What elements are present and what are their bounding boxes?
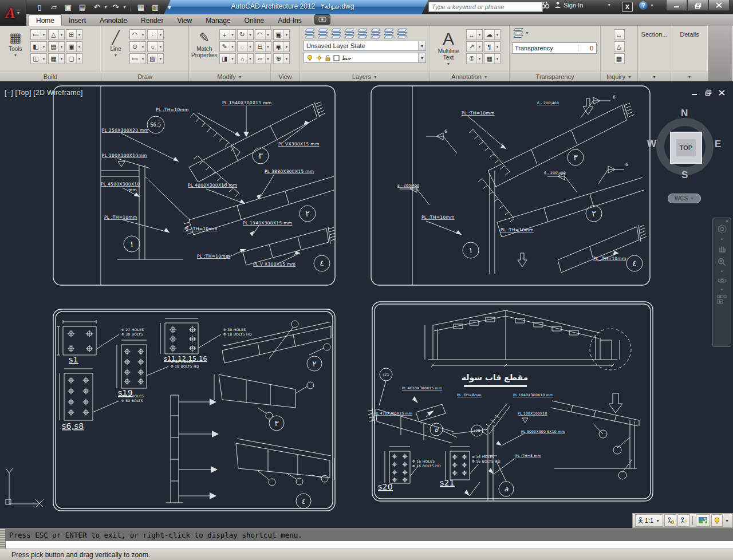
chevron-down-icon[interactable]: ▼ [720, 270, 724, 273]
ribbon-tool-button[interactable]: ◉▼ [273, 41, 290, 52]
viewport-controls-label[interactable]: [−] [Top] [2D Wireframe] [5, 89, 83, 97]
layer-state-dropdown[interactable]: Unsaved Layer State▼ [304, 41, 426, 51]
new-icon[interactable]: ▯ [33, 2, 46, 13]
layer-properties-icon[interactable] [304, 28, 316, 39]
ribbon-tool-button[interactable]: ▨▼ [147, 53, 164, 64]
chevron-down-icon[interactable]: ▼ [265, 54, 271, 64]
restore-button[interactable] [687, 0, 708, 11]
ribbon-tool-button[interactable]: ○▼ [147, 41, 164, 52]
tools-button[interactable]: ▦ Tools▼ [2, 27, 29, 58]
annotation-visibility-button[interactable] [664, 514, 676, 527]
workspace-switch-icon[interactable]: ▦ [135, 2, 147, 13]
ribbon-tool-button[interactable]: ✎▼ [219, 41, 236, 52]
chevron-down-icon[interactable]: ▼ [140, 54, 145, 64]
auto-annotation-button[interactable] [677, 514, 689, 527]
ribbon-tool-button[interactable]: ⊙▼ [129, 41, 146, 52]
transparency-layers-icon[interactable] [512, 27, 524, 38]
panel-label-layers[interactable]: Layers▼ [300, 72, 429, 81]
layer-isolate-down-icon[interactable] [317, 28, 329, 39]
command-line-window[interactable]: Press ESC or ENTER to exit, or right-cli… [0, 528, 733, 550]
tab-insert[interactable]: Insert [62, 15, 93, 26]
panel-label-draw[interactable]: Draw [101, 72, 188, 81]
ribbon-tool-button[interactable]: ▭▼ [30, 29, 47, 40]
minimize-button[interactable] [666, 0, 687, 11]
communication-center-icon[interactable] [314, 14, 330, 25]
match-properties-button[interactable]: ✎ Match Properties [191, 27, 218, 58]
panel-label-annotation[interactable]: Annotation▼ [430, 72, 509, 81]
chevron-down-icon[interactable]: ▼ [265, 42, 271, 52]
chevron-down-icon[interactable]: ▼ [494, 42, 500, 52]
help-button[interactable]: ? ▼ [639, 1, 654, 10]
redo-icon[interactable]: ↷ [109, 2, 122, 13]
search-binoculars-icon[interactable] [541, 1, 550, 9]
ribbon-tool-button[interactable]: ▦▼ [48, 53, 65, 64]
chevron-down-icon[interactable]: ▼ [157, 42, 163, 52]
layer-lock-icon[interactable] [369, 28, 381, 39]
chevron-down-icon[interactable]: ▼ [247, 54, 253, 64]
doc-minimize-icon[interactable] [691, 90, 698, 96]
ribbon-tool-button[interactable]: ◨▼ [219, 53, 236, 64]
hardware-accel-button[interactable] [711, 514, 723, 527]
ribbon-tool-button[interactable]: ◌▼ [237, 41, 254, 52]
chevron-down-icon[interactable]: ▼ [76, 30, 82, 40]
orbit-icon[interactable] [717, 277, 727, 285]
tab-render[interactable]: Render [134, 15, 170, 26]
chevron-down-icon[interactable]: ▼ [157, 30, 163, 40]
chevron-down-icon[interactable]: ▼ [230, 30, 235, 40]
zoom-icon[interactable] [717, 257, 727, 266]
ribbon-tool-button[interactable]: ▣▼ [273, 29, 290, 40]
panel-label-modify[interactable]: Modify▼ [189, 72, 270, 81]
panel-label-view[interactable]: View [271, 72, 299, 81]
ribbon-tool-button[interactable]: ↔ [614, 29, 625, 40]
multiline-text-button[interactable]: A Multiline Text▼ [432, 27, 464, 67]
chevron-down-icon[interactable]: ▼ [265, 30, 271, 40]
compass-east[interactable]: E [715, 139, 721, 150]
ribbon-tool-button[interactable]: ¶▼ [484, 41, 501, 52]
close-button[interactable] [708, 0, 730, 11]
doc-close-icon[interactable] [719, 90, 725, 96]
ribbon-tool-button[interactable]: ◠▼ [129, 29, 146, 40]
drawing-canvas[interactable]: S6,5٣٢١٤٣٢١٤٢٣٤s21Bs20a PL :TH=10mmPL 19… [0, 81, 733, 528]
ribbon-tool-button[interactable]: ↔▼ [466, 29, 483, 40]
chevron-down-icon[interactable]: ▼ [76, 42, 82, 52]
ribbon-tool-button[interactable]: ◠▼ [255, 29, 271, 40]
customize-icon[interactable]: ▾ [163, 2, 176, 13]
tab-home[interactable]: Home [29, 14, 62, 26]
tab-manage[interactable]: Manage [199, 15, 237, 26]
annotation-scale-button[interactable]: 1:1 ▼ [635, 514, 663, 527]
navigation-bar[interactable]: ✕ ▼ ▼ ▼ [712, 218, 731, 347]
ribbon-tool-button[interactable]: ▣▼ [66, 41, 82, 52]
compass-south[interactable]: S [681, 169, 688, 181]
tab-online[interactable]: Online [238, 15, 271, 26]
undo-icon[interactable]: ↶ [90, 2, 103, 13]
show-motion-icon[interactable] [717, 295, 727, 304]
panel-label-section[interactable]: ▼ [638, 72, 671, 81]
panel-label-details[interactable]: ▼ [671, 72, 708, 81]
viewcube-top-face[interactable]: TOP [670, 132, 702, 164]
ribbon-tool-button[interactable]: ·▼ [147, 29, 164, 40]
chevron-down-icon[interactable]: ▼ [720, 238, 724, 240]
ribbon-tool-button[interactable]: ▦▼ [484, 53, 501, 64]
compass-north[interactable]: N [681, 108, 688, 119]
ribbon-tool-button[interactable]: ▱▼ [255, 53, 271, 64]
chevron-down-icon[interactable]: ▼ [104, 5, 108, 9]
ribbon-tool-button[interactable]: ⊟▼ [255, 41, 271, 52]
chevron-down-icon[interactable]: ▼ [230, 54, 235, 64]
panel-label-inquiry[interactable]: Inquiry▼ [601, 72, 637, 81]
chevron-down-icon[interactable]: ▼ [230, 42, 235, 52]
navbar-close-icon[interactable]: ✕ [725, 219, 729, 224]
ribbon-tool-button[interactable]: ◫▼ [30, 53, 47, 64]
chevron-down-icon[interactable]: ▼ [476, 30, 482, 40]
chevron-down-icon[interactable]: ▼ [41, 30, 46, 40]
ribbon-tool-button[interactable]: ☁▼ [484, 29, 501, 40]
compass-west[interactable]: W [647, 139, 656, 150]
ribbon-tool-button[interactable]: +▼ [219, 29, 236, 40]
chevron-down-icon[interactable]: ▼ [58, 30, 64, 40]
doc-restore-icon[interactable] [705, 89, 712, 96]
line-button[interactable]: ╱ Line▼ [104, 27, 128, 58]
tab-annotate[interactable]: Annotate [93, 15, 134, 26]
layer-off-icon[interactable] [343, 28, 355, 39]
ribbon-tool-button[interactable]: ↗▼ [466, 41, 483, 52]
sheet-set-icon[interactable]: ▥ [149, 2, 161, 13]
chevron-down-icon[interactable]: ▼ [41, 42, 46, 52]
